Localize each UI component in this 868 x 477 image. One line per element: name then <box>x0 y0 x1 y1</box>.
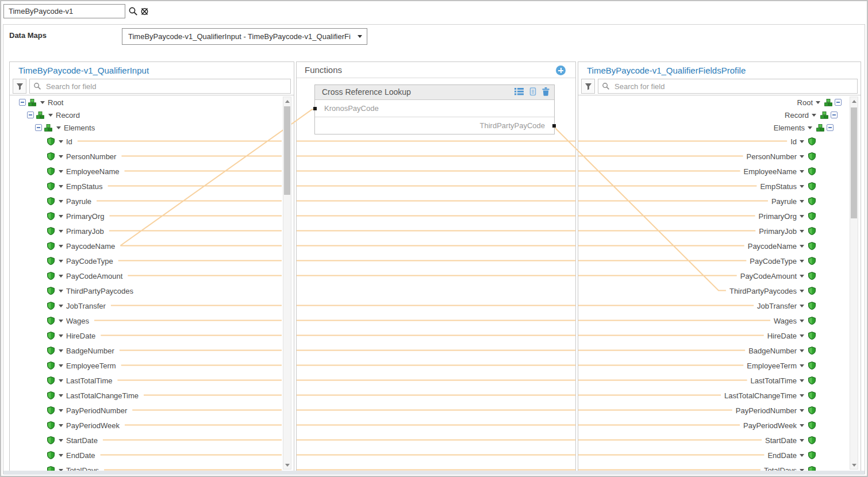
scrollbar-thumb[interactable] <box>284 106 290 195</box>
tree-field-row[interactable]: BadgeNumber <box>47 343 116 358</box>
chevron-down-icon[interactable] <box>800 245 804 248</box>
properties-list-icon[interactable] <box>514 87 524 96</box>
filter-button[interactable] <box>581 79 595 94</box>
delete-icon[interactable] <box>542 87 550 96</box>
tree-branch-row[interactable]: Record <box>783 109 838 121</box>
chevron-down-icon[interactable] <box>59 155 63 158</box>
function-output-connector[interactable] <box>552 124 556 128</box>
chevron-down-icon[interactable] <box>59 245 63 248</box>
tree-field-row[interactable]: TotalDays <box>47 463 100 471</box>
collapse-icon[interactable] <box>835 99 842 106</box>
tree-field-row[interactable]: LastTotalChangeTime <box>47 388 140 403</box>
tree-field-row[interactable]: PrimaryOrg <box>47 209 105 224</box>
chevron-down-icon[interactable] <box>59 230 63 233</box>
tree-field-row[interactable]: PayCodeAmount <box>739 268 816 283</box>
tree-field-row[interactable]: PrimaryJob <box>47 224 105 238</box>
add-function-button[interactable] <box>556 66 566 75</box>
tree-field-row[interactable]: PayPeriodNumber <box>735 403 816 418</box>
chevron-down-icon[interactable] <box>59 394 63 397</box>
collapse-icon[interactable] <box>831 111 838 118</box>
chevron-down-icon[interactable] <box>59 409 63 412</box>
collapse-icon[interactable] <box>27 111 34 118</box>
tree-field-row[interactable]: LastTotalTime <box>47 373 113 388</box>
chevron-down-icon[interactable] <box>800 215 804 218</box>
search-icon[interactable] <box>128 6 139 17</box>
tree-field-row[interactable]: ThirdPartyPaycodes <box>47 283 135 298</box>
field-search-input[interactable] <box>29 79 291 94</box>
chevron-down-icon[interactable] <box>800 454 804 457</box>
tree-field-row[interactable]: ThirdPartyPaycodes <box>728 283 816 298</box>
tree-field-row[interactable]: TotalDays <box>763 463 816 471</box>
chevron-down-icon[interactable] <box>800 290 804 293</box>
tree-field-row[interactable]: HireDate <box>47 328 97 343</box>
chevron-down-icon[interactable] <box>800 140 804 143</box>
chevron-down-icon[interactable] <box>800 379 804 382</box>
chevron-down-icon[interactable] <box>800 394 804 397</box>
map-name-input[interactable] <box>3 4 125 18</box>
tree-field-row[interactable]: LastTotalTime <box>750 373 816 388</box>
scroll-up-arrow[interactable] <box>283 97 291 105</box>
tree-field-row[interactable]: EmployeeName <box>743 164 816 179</box>
chevron-down-icon[interactable] <box>59 215 63 218</box>
chevron-down-icon[interactable] <box>48 114 53 117</box>
tree-field-row[interactable]: JobTransfer <box>756 298 816 313</box>
tree-field-row[interactable]: Id <box>789 134 816 149</box>
tree-field-row[interactable]: EmpStatus <box>47 179 104 194</box>
chevron-down-icon[interactable] <box>800 409 804 412</box>
chevron-down-icon[interactable] <box>59 454 63 457</box>
chevron-down-icon[interactable] <box>800 170 804 173</box>
tree-field-row[interactable]: JobTransfer <box>47 298 107 313</box>
tree-field-row[interactable]: PaycodeName <box>747 238 816 253</box>
vertical-scrollbar[interactable] <box>283 97 291 470</box>
function-box[interactable]: Cross Reference Lookup <box>314 84 555 134</box>
field-search-input[interactable] <box>598 79 858 94</box>
tree-field-row[interactable]: PersonNumber <box>746 149 816 164</box>
copy-icon[interactable] <box>529 87 537 96</box>
scroll-down-arrow[interactable] <box>283 461 291 469</box>
chevron-down-icon[interactable] <box>59 349 63 352</box>
chevron-down-icon[interactable] <box>800 424 804 427</box>
chevron-down-icon[interactable] <box>800 305 804 307</box>
tree-branch-row[interactable]: Elements <box>773 121 834 134</box>
collapse-icon[interactable] <box>827 124 834 131</box>
chevron-down-icon[interactable] <box>59 200 63 203</box>
chevron-down-icon[interactable] <box>800 155 804 158</box>
tree-field-row[interactable]: PaycodeName <box>47 238 116 253</box>
tree-field-row[interactable]: PrimaryOrg <box>758 209 816 224</box>
chevron-down-icon[interactable] <box>59 290 63 293</box>
collapse-icon[interactable] <box>19 99 26 106</box>
tree-branch-row[interactable]: Elements <box>35 121 96 134</box>
tree-field-row[interactable]: PrimaryJob <box>758 224 816 238</box>
chevron-down-icon[interactable] <box>59 170 63 173</box>
tree-field-row[interactable]: PayCodeType <box>47 253 114 268</box>
collapse-icon[interactable] <box>35 124 42 131</box>
chevron-down-icon[interactable] <box>59 439 63 442</box>
tree-field-row[interactable]: PayPeriodNumber <box>47 403 128 418</box>
function-input-connector[interactable] <box>313 107 317 110</box>
tree-field-row[interactable]: LastTotalChangeTime <box>723 388 816 403</box>
chevron-down-icon[interactable] <box>40 101 45 104</box>
chevron-down-icon[interactable] <box>59 185 63 188</box>
tree-field-row[interactable]: BadgeNumber <box>747 343 816 358</box>
chevron-down-icon[interactable] <box>800 334 804 337</box>
scroll-up-arrow[interactable] <box>850 97 858 105</box>
tree-field-row[interactable]: PayCodeType <box>748 253 816 268</box>
chevron-down-icon[interactable] <box>800 200 804 203</box>
data-maps-dropdown[interactable]: TimeByPaycode-v1_QualifierInput - TimeBy… <box>122 28 367 45</box>
chevron-down-icon[interactable] <box>59 140 63 143</box>
tree-field-row[interactable]: EmpStatus <box>759 179 816 194</box>
vertical-scrollbar[interactable] <box>850 97 858 470</box>
chevron-down-icon[interactable] <box>59 364 63 367</box>
scroll-down-arrow[interactable] <box>850 461 858 469</box>
chevron-down-icon[interactable] <box>800 364 804 367</box>
chevron-down-icon[interactable] <box>56 126 61 129</box>
tree-field-row[interactable]: PayPeriodWeek <box>742 418 816 433</box>
tree-field-row[interactable]: EndDate <box>47 448 97 463</box>
chevron-down-icon[interactable] <box>812 114 816 117</box>
chevron-down-icon[interactable] <box>59 334 63 337</box>
tree-field-row[interactable]: StartDate <box>47 433 99 448</box>
tree-branch-row[interactable]: Root <box>796 96 842 109</box>
clear-search-icon[interactable] <box>140 6 150 17</box>
chevron-down-icon[interactable] <box>59 424 63 427</box>
tree-field-row[interactable]: HireDate <box>766 328 816 343</box>
